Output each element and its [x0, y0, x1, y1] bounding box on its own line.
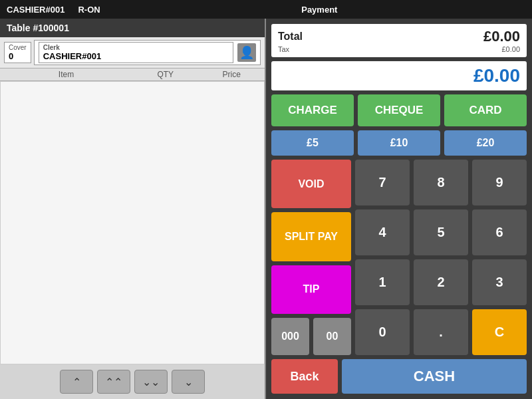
- table-label: Table #100001: [7, 23, 69, 33]
- main-area: Table #100001 Cover 0 Clerk CASHIER#001 …: [0, 19, 532, 399]
- twenty-button[interactable]: £20: [444, 130, 527, 156]
- cover-field: Cover 0: [4, 42, 31, 63]
- ten-button[interactable]: £10: [358, 130, 440, 156]
- tax-row: Tax £0.00: [278, 45, 520, 53]
- action-buttons: Back CASH: [271, 359, 527, 394]
- page-title: Payment: [114, 5, 525, 15]
- split-pay-button[interactable]: SPLIT PAY: [271, 212, 351, 261]
- col-item-header: Item: [0, 70, 132, 79]
- table-header: Table #100001: [0, 19, 265, 37]
- back-button[interactable]: Back: [271, 359, 338, 394]
- nav-last-button[interactable]: ⌄: [172, 370, 205, 394]
- double-zero-button[interactable]: 00: [313, 318, 351, 355]
- totals-section: Total £0.00 Tax £0.00: [271, 24, 527, 57]
- num-row-123: 1 2 3: [355, 259, 527, 305]
- tax-label: Tax: [278, 45, 289, 53]
- clear-button[interactable]: C: [472, 309, 527, 355]
- clerk-field: Clerk CASHIER#001: [39, 42, 233, 63]
- num-4-button[interactable]: 4: [355, 209, 410, 255]
- cover-value: 0: [9, 51, 27, 61]
- num-7-button[interactable]: 7: [355, 160, 410, 205]
- charge-button[interactable]: CHARGE: [271, 94, 354, 126]
- left-panel: Table #100001 Cover 0 Clerk CASHIER#001 …: [0, 19, 266, 399]
- payment-buttons: CHARGE CHEQUE CARD: [271, 94, 527, 126]
- num-row-0dc: 0 . C: [355, 309, 527, 355]
- col-qty-header: QTY: [132, 70, 199, 79]
- total-row: Total £0.00: [278, 28, 520, 45]
- num-5-button[interactable]: 5: [414, 209, 468, 255]
- triple-zero-button[interactable]: 000: [271, 318, 309, 355]
- dot-button[interactable]: .: [414, 309, 468, 355]
- info-row: Cover 0 Clerk CASHIER#001 👤: [0, 37, 265, 68]
- keypad: VOID SPLIT PAY TIP 000 00 7 8 9 4 5 6: [271, 160, 527, 355]
- cashier-id: CASHIER#001: [7, 5, 65, 15]
- num-0-button[interactable]: 0: [355, 309, 410, 355]
- tip-button[interactable]: TIP: [271, 265, 351, 314]
- clerk-value: CASHIER#001: [43, 51, 229, 61]
- nav-prev-button[interactable]: ⌃⌃: [97, 370, 130, 394]
- num-row-789: 7 8 9: [355, 160, 527, 205]
- avatar-icon: 👤: [237, 43, 256, 62]
- quick-amounts: £5 £10 £20: [271, 130, 527, 156]
- left-keys: VOID SPLIT PAY TIP 000 00: [271, 160, 351, 355]
- num-row-456: 4 5 6: [355, 209, 527, 255]
- num-9-button[interactable]: 9: [472, 160, 527, 205]
- mode-label: R-ON: [78, 5, 100, 15]
- bottom-left-row: 000 00: [271, 318, 351, 355]
- cover-label: Cover: [9, 44, 27, 51]
- num-6-button[interactable]: 6: [472, 209, 527, 255]
- total-label: Total: [278, 31, 303, 43]
- tax-amount: £0.00: [501, 45, 520, 53]
- nav-buttons: ⌃ ⌃⌃ ⌄⌄ ⌄: [0, 364, 265, 399]
- num-2-button[interactable]: 2: [414, 259, 468, 305]
- num-1-button[interactable]: 1: [355, 259, 410, 305]
- void-button[interactable]: VOID: [271, 160, 351, 208]
- num-8-button[interactable]: 8: [414, 160, 468, 205]
- cashier-box: Clerk CASHIER#001 👤: [34, 40, 261, 65]
- nav-first-button[interactable]: ⌃: [60, 370, 93, 394]
- right-keys: 7 8 9 4 5 6 1 2 3 0 . C: [355, 160, 527, 355]
- cheque-button[interactable]: CHEQUE: [358, 94, 440, 126]
- cash-button[interactable]: CASH: [342, 359, 527, 394]
- num-3-button[interactable]: 3: [472, 259, 527, 305]
- five-button[interactable]: £5: [271, 130, 354, 156]
- clerk-label: Clerk: [43, 44, 229, 51]
- col-price-header: Price: [199, 70, 265, 79]
- column-headers: Item QTY Price: [0, 68, 265, 81]
- nav-next-button[interactable]: ⌄⌄: [134, 370, 168, 394]
- total-amount: £0.00: [483, 28, 520, 45]
- card-button[interactable]: CARD: [444, 94, 527, 126]
- top-bar: CASHIER#001 R-ON Payment: [0, 0, 532, 19]
- right-panel: Total £0.00 Tax £0.00 £0.00 CHARGE CHEQU…: [266, 19, 532, 399]
- amount-display: £0.00: [271, 61, 527, 90]
- items-list: [0, 81, 265, 364]
